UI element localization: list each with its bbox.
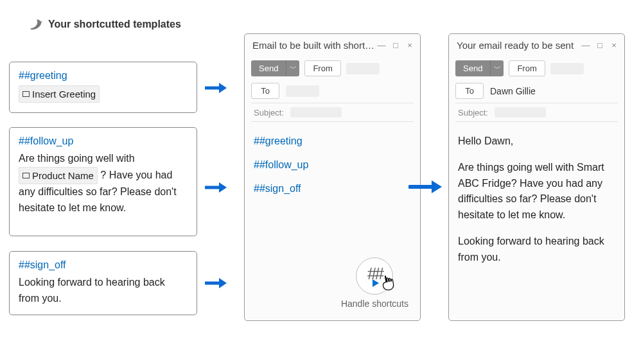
template-body: Looking forward to hearing back from you… <box>19 275 188 307</box>
close-button[interactable]: × <box>405 41 415 49</box>
window-title: Email to be built with shortcuts <box>252 40 376 51</box>
bird-logo-icon <box>29 18 43 31</box>
shortcut-tag: ##greeting <box>19 70 188 82</box>
result-email-window: Your email ready to be sent — □ × Send ﹀… <box>448 33 625 321</box>
arrow-icon <box>205 182 227 193</box>
template-card-follow-up: ##follow_up Are things going well with P… <box>9 127 197 236</box>
window-titlebar: Your email ready to be sent — □ × <box>449 34 624 56</box>
template-card-sign-off: ##sign_off Looking forward to hearing ba… <box>9 251 197 315</box>
to-row: To <box>245 80 420 101</box>
template-card-greeting: ##greeting Insert Greeting <box>9 62 197 113</box>
body-shortcut-tag: ##follow_up <box>254 157 411 173</box>
body-paragraph: Hello Dawn, <box>458 134 615 150</box>
from-button[interactable]: From <box>509 60 545 76</box>
subject-value-placeholder <box>290 107 342 117</box>
subject-label: Subject: <box>254 108 284 117</box>
arrow-icon <box>205 277 227 289</box>
merge-field-label: Product Name <box>32 168 94 183</box>
minimize-button[interactable]: — <box>376 41 387 49</box>
send-button[interactable]: Send <box>455 60 491 76</box>
from-value-placeholder <box>550 63 584 74</box>
window-controls: — □ × <box>376 41 415 49</box>
window-title: Your email ready to be sent <box>457 40 581 51</box>
body-shortcut-tag: ##greeting <box>254 134 411 150</box>
mail-toolbar: Send ﹀ From <box>245 56 420 80</box>
from-button[interactable]: From <box>304 60 340 76</box>
compose-email-window: Email to be built with shortcuts — □ × S… <box>244 33 421 321</box>
arrow-icon <box>408 180 442 194</box>
handle-shortcuts-label: Handle shortcuts <box>341 299 408 309</box>
svg-marker-7 <box>432 180 442 193</box>
merge-field-chip: Insert Greeting <box>19 85 100 103</box>
send-button-group: Send ﹀ <box>251 60 299 76</box>
window-titlebar: Email to be built with shortcuts — □ × <box>245 34 420 56</box>
merge-field-icon <box>22 173 30 178</box>
body-shortcut-tag: ##sign_off <box>254 181 411 197</box>
subject-row: Subject: <box>449 103 624 120</box>
to-value-placeholder <box>286 85 319 97</box>
mail-toolbar: Send ﹀ From <box>449 56 624 80</box>
svg-marker-3 <box>219 182 227 193</box>
send-button-group: Send ﹀ <box>455 60 504 76</box>
handle-shortcuts-icon: ## <box>356 257 393 295</box>
mail-body[interactable]: Hello Dawn, Are things going well with S… <box>449 122 624 282</box>
minimize-button[interactable]: — <box>581 41 591 49</box>
arrow-icon <box>205 82 227 94</box>
to-button[interactable]: To <box>455 83 484 99</box>
send-button[interactable]: Send <box>251 60 286 76</box>
svg-marker-1 <box>219 83 227 93</box>
window-controls: — □ × <box>581 41 619 49</box>
body-paragraph: Looking forward to hearing back from you… <box>458 234 615 266</box>
subject-row: Subject: <box>245 103 420 120</box>
to-value: Dawn Gillie <box>490 84 536 98</box>
merge-field-chip: Product Name <box>19 167 98 184</box>
merge-field-label: Insert Greeting <box>32 87 96 101</box>
merge-field-icon <box>22 91 30 97</box>
template-body: Are things going well with Product Name … <box>19 151 188 216</box>
from-value-placeholder <box>346 63 380 74</box>
to-button[interactable]: To <box>251 83 279 99</box>
templates-heading-text: Your shortcutted templates <box>48 19 181 30</box>
template-body: Insert Greeting <box>19 85 188 103</box>
subject-label: Subject: <box>458 108 488 117</box>
mail-body[interactable]: ##greeting ##follow_up ##sign_off <box>245 122 420 211</box>
maximize-button[interactable]: □ <box>595 41 605 49</box>
templates-heading: Your shortcutted templates <box>29 18 181 31</box>
to-row: To Dawn Gillie <box>449 80 624 101</box>
send-dropdown-button[interactable]: ﹀ <box>286 60 299 76</box>
shortcut-tag: ##sign_off <box>19 259 188 271</box>
svg-marker-5 <box>219 278 227 288</box>
shortcut-tag: ##follow_up <box>19 135 188 147</box>
body-paragraph: Are things going well with Smart ABC Fri… <box>458 160 615 223</box>
send-dropdown-button[interactable]: ﹀ <box>491 60 504 76</box>
close-button[interactable]: × <box>609 41 619 49</box>
maximize-button[interactable]: □ <box>391 41 401 49</box>
handle-shortcuts-button[interactable]: ## Handle shortcuts <box>341 257 408 309</box>
subject-value-placeholder <box>495 107 546 117</box>
cursor-icon <box>378 273 398 297</box>
template-text-before: Are things going well with <box>19 153 135 164</box>
